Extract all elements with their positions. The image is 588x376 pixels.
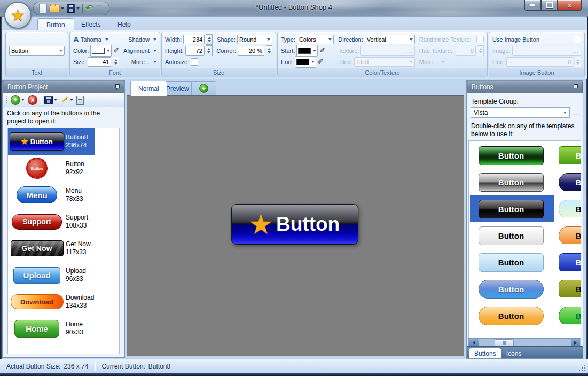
type-label: Type:	[281, 36, 295, 43]
browse-image-button: ...	[573, 48, 579, 54]
list-item[interactable]: SupportSupport108x33	[8, 208, 119, 235]
corner-spinner[interactable]	[266, 45, 272, 56]
shadow-dropdown[interactable]: Shadow	[128, 36, 150, 43]
direction-dropdown[interactable]: Vertical	[365, 35, 415, 44]
image-hue-label: Hue:	[492, 59, 505, 65]
template-button[interactable]: Button	[479, 253, 544, 272]
ribbon-group-font: A Tahoma Shadow Color: ✐ Alignment Size:…	[69, 32, 160, 77]
button-text-dropdown[interactable]: Button	[9, 46, 65, 56]
close-icon: x	[568, 2, 571, 9]
pin-icon[interactable]	[114, 84, 120, 90]
panel-tab-icons[interactable]: Icons	[501, 348, 527, 358]
tab-normal[interactable]: Normal	[130, 81, 167, 96]
font-more-dropdown[interactable]: More...	[131, 59, 150, 65]
template-button-clipped[interactable]: Button	[559, 173, 581, 191]
width-input[interactable]: 234	[183, 35, 205, 44]
font-color-dropdown[interactable]	[90, 45, 112, 57]
button-thumbnail: ★Button	[8, 132, 66, 151]
template-group-browse-button[interactable]: ...	[574, 109, 581, 117]
list-item[interactable]: ★ButtonButton8236x74	[8, 128, 95, 155]
add-icon: +	[11, 95, 20, 105]
minimize-button[interactable]	[524, 0, 541, 11]
type-dropdown[interactable]: Colors	[297, 35, 334, 44]
template-button[interactable]: Button	[479, 200, 544, 218]
list-item[interactable]: HomeHome90x33	[8, 315, 119, 342]
group-label-image-button: Image Button	[489, 68, 584, 77]
tab-help[interactable]: Help	[109, 18, 139, 30]
eyedropper-icon[interactable]: ✐	[113, 48, 119, 54]
pin-icon[interactable]	[573, 84, 578, 90]
button-thumbnail-graphic: Get Now	[11, 240, 64, 256]
tab-effects[interactable]: Effects	[73, 18, 109, 30]
tools-button[interactable]: ✦	[60, 96, 73, 104]
scroll-right-button[interactable]	[571, 339, 580, 347]
restore-icon	[546, 2, 553, 8]
button-thumbnail: Home	[8, 320, 66, 338]
ribbon-tab-row: Button Effects Help	[2, 16, 587, 30]
canvas-button-preview[interactable]: ★ Button	[231, 204, 358, 245]
restore-button[interactable]	[541, 0, 558, 11]
height-input[interactable]: 72	[185, 46, 205, 56]
design-canvas[interactable]: ★ Button	[127, 95, 464, 356]
ribbon: Button Text A Tahoma Shadow Color: ✐	[2, 30, 587, 79]
minimize-icon	[530, 4, 535, 6]
panel-tab-buttons[interactable]: Buttons	[469, 348, 501, 358]
end-color-dropdown[interactable]	[295, 56, 316, 68]
add-button-button[interactable]: +	[11, 95, 25, 105]
use-image-button-checkbox[interactable]	[574, 36, 581, 43]
resize-grip[interactable]	[578, 364, 586, 372]
font-size-spinner[interactable]	[113, 57, 119, 67]
tab-add-view[interactable]: +	[191, 81, 216, 95]
tab-button[interactable]: Button	[37, 18, 74, 31]
template-button-clipped[interactable]: Button	[559, 200, 581, 217]
font-size-input[interactable]: 41	[88, 57, 111, 67]
window-title: *Untitled - Button Shop 4	[0, 3, 588, 11]
template-button-clipped[interactable]: Button	[559, 307, 581, 324]
corner-input[interactable]: 20 %	[238, 46, 264, 56]
title-bar[interactable]: ↶ ↷ *Untitled - Button Shop 4 x	[0, 0, 588, 17]
direction-label: Direction:	[338, 36, 363, 43]
template-button[interactable]: Button	[479, 226, 544, 245]
project-instruction: Click on any of the buttons in the proje…	[7, 109, 119, 126]
delete-button-button[interactable]: x	[28, 95, 37, 105]
project-list: ★ButtonButton8236x74ButtonButton92x92Men…	[7, 128, 120, 354]
chevron-down-icon	[311, 61, 315, 63]
scroll-left-button[interactable]	[469, 339, 479, 347]
alignment-dropdown[interactable]: Alignment	[123, 48, 150, 54]
list-item[interactable]: DownloadDownload134x33	[8, 288, 119, 315]
template-button-clipped[interactable]: Button	[559, 253, 581, 271]
close-button[interactable]: x	[558, 0, 582, 11]
width-spinner[interactable]	[206, 34, 213, 45]
template-button[interactable]: Button	[479, 146, 544, 165]
panel-bottom-tabs: ButtonsIcons	[467, 346, 583, 358]
list-item[interactable]: ButtonButton92x92	[8, 155, 119, 182]
item-name: Download	[66, 294, 94, 302]
item-size: 108x33	[66, 222, 88, 230]
eyedropper-icon[interactable]: ✐	[318, 59, 324, 65]
template-group-dropdown[interactable]: Vista	[471, 107, 570, 118]
template-button-clipped[interactable]: Button	[559, 226, 581, 244]
template-button[interactable]: Button	[479, 307, 544, 325]
eyedropper-icon[interactable]: ✐	[319, 48, 325, 54]
start-color-dropdown[interactable]	[296, 45, 318, 57]
canvas-button-label: Button	[276, 213, 340, 236]
shape-dropdown[interactable]: Round	[237, 35, 272, 44]
list-item[interactable]: UploadUpload96x33	[8, 262, 119, 288]
save-project-button[interactable]	[44, 96, 57, 104]
autosize-checkbox[interactable]	[191, 58, 198, 66]
application-menu-orb[interactable]: ★	[4, 2, 32, 29]
report-icon	[76, 96, 84, 105]
ribbon-group-text: Button Text	[5, 32, 68, 77]
height-spinner[interactable]	[206, 45, 213, 56]
template-button[interactable]: Button	[479, 173, 544, 192]
list-item[interactable]: MenuMenu78x33	[8, 182, 119, 208]
image-input: ...	[512, 46, 581, 56]
list-item[interactable]: Get NowGet Now117x33	[8, 235, 119, 262]
scrollbar-thumb[interactable]	[495, 339, 514, 347]
font-name-dropdown[interactable]: Tahoma	[81, 36, 101, 43]
template-button-clipped[interactable]: Button	[559, 280, 581, 297]
report-button[interactable]	[76, 96, 84, 105]
template-button-clipped[interactable]: Button	[559, 146, 581, 164]
button-thumbnail: Support	[8, 214, 66, 230]
template-button[interactable]: Button	[479, 280, 544, 299]
